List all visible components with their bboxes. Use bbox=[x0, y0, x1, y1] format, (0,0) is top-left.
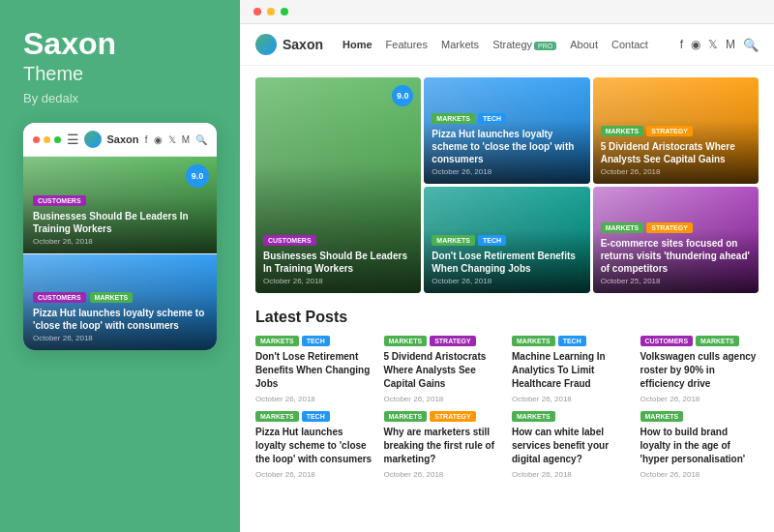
post-3-date: October 26, 2018 bbox=[512, 395, 631, 403]
tag-tech: TECH bbox=[302, 411, 330, 422]
grid-card-4-content: MARKETS TECH Don't Lose Retirement Benef… bbox=[424, 227, 589, 293]
grid-card-4-date: October 26, 2018 bbox=[432, 277, 581, 285]
md-icon[interactable]: M bbox=[726, 38, 735, 51]
post-tags: MARKETS STRATEGY bbox=[384, 336, 503, 346]
grid-card-5-content: MARKETS STRATEGY E-commerce sites focuse… bbox=[593, 215, 759, 293]
post-tags: MARKETS bbox=[640, 411, 759, 422]
dot-yellow bbox=[44, 136, 50, 143]
post-4-title: Volkswagen culls agency roster by 90% in… bbox=[640, 350, 759, 391]
post-tags: MARKETS TECH bbox=[255, 411, 374, 422]
tag-customers: CUSTOMERS bbox=[640, 336, 694, 346]
post-6-title: Why are marketers still breaking the fir… bbox=[384, 426, 503, 466]
grid-card-large-date: October 26, 2018 bbox=[263, 277, 413, 285]
featured-card-3[interactable]: MARKETS STRATEGY 5 Dividend Aristocrats … bbox=[593, 77, 759, 184]
nav-link-strategy[interactable]: StrategyPRO bbox=[492, 39, 556, 50]
tag-tech: TECH bbox=[558, 336, 586, 346]
nav-icons: f ◉ 𝕏 M 🔍 bbox=[680, 38, 759, 52]
tag-tech: TECH bbox=[478, 113, 506, 124]
post-card-2[interactable]: MARKETS STRATEGY 5 Dividend Aristocrats … bbox=[384, 336, 503, 403]
post-5-date: October 26, 2018 bbox=[255, 470, 374, 479]
strategy-badge: PRO bbox=[534, 42, 556, 50]
grid-tags: CUSTOMERS bbox=[263, 235, 413, 246]
nav-link-about[interactable]: About bbox=[570, 39, 598, 50]
tag-markets: MARKETS bbox=[384, 336, 428, 346]
browser-bar bbox=[240, 0, 774, 24]
post-tags: MARKETS TECH bbox=[512, 336, 631, 346]
featured-grid: 9.0 CUSTOMERS Businesses Should Be Leade… bbox=[240, 66, 774, 301]
post-card-5[interactable]: MARKETS TECH Pizza Hut launches loyalty … bbox=[255, 411, 374, 479]
right-panel: Saxon Home Features Markets StrategyPRO … bbox=[240, 0, 774, 532]
latest-posts-row2: MARKETS TECH Pizza Hut launches loyalty … bbox=[255, 411, 759, 479]
nav-link-home[interactable]: Home bbox=[342, 39, 372, 50]
mobile-card-2-title: Pizza Hut launches loyalty scheme to 'cl… bbox=[33, 307, 207, 332]
grid-card-5-title: E-commerce sites focused on returns visi… bbox=[601, 237, 751, 275]
hamburger-icon[interactable]: ☰ bbox=[67, 132, 79, 147]
tag-tech: TECH bbox=[478, 235, 506, 246]
post-7-date: October 26, 2018 bbox=[512, 470, 631, 479]
post-card-4[interactable]: CUSTOMERS MARKETS Volkswagen culls agenc… bbox=[640, 336, 759, 403]
grid-card-large-title: Businesses Should Be Leaders In Training… bbox=[263, 250, 413, 275]
featured-card-large[interactable]: 9.0 CUSTOMERS Businesses Should Be Leade… bbox=[255, 77, 421, 293]
featured-card-5[interactable]: MARKETS STRATEGY E-commerce sites focuse… bbox=[593, 187, 759, 293]
grid-card-5-date: October 25, 2018 bbox=[601, 277, 751, 285]
grid-tags: MARKETS STRATEGY bbox=[601, 222, 751, 233]
featured-card-4[interactable]: MARKETS TECH Don't Lose Retirement Benef… bbox=[424, 187, 589, 293]
medium-icon[interactable]: M bbox=[182, 134, 190, 145]
nav-link-contact[interactable]: Contact bbox=[611, 39, 648, 50]
tag-markets: MARKETS bbox=[432, 113, 475, 124]
post-tags: MARKETS TECH bbox=[255, 336, 374, 346]
mobile-preview: ☰ Saxon f ◉ 𝕏 M 🔍 9.0 CUSTOMERS Business… bbox=[23, 123, 217, 350]
grid-tags: MARKETS TECH bbox=[432, 113, 581, 124]
post-card-1[interactable]: MARKETS TECH Don't Lose Retirement Benef… bbox=[255, 336, 374, 403]
card-tags: CUSTOMERS bbox=[33, 195, 207, 206]
nav-link-features[interactable]: Features bbox=[386, 39, 428, 50]
tag-markets: MARKETS bbox=[90, 292, 134, 303]
post-card-3[interactable]: MARKETS TECH Machine Learning In Analyti… bbox=[512, 336, 631, 403]
facebook-icon[interactable]: f bbox=[145, 134, 148, 145]
post-8-date: October 26, 2018 bbox=[640, 470, 759, 479]
nav-logo[interactable]: Saxon bbox=[255, 34, 323, 55]
fb-icon[interactable]: f bbox=[680, 38, 683, 51]
score-badge: 9.0 bbox=[186, 164, 209, 188]
tw-icon[interactable]: 𝕏 bbox=[708, 38, 718, 51]
tag-markets: MARKETS bbox=[601, 222, 644, 233]
instagram-icon[interactable]: ◉ bbox=[154, 134, 163, 145]
tag-markets: MARKETS bbox=[384, 411, 428, 422]
mobile-card-2-content: CUSTOMERS MARKETS Pizza Hut launches loy… bbox=[23, 284, 217, 350]
dot-green bbox=[54, 136, 61, 143]
nav-logo-text: Saxon bbox=[283, 37, 323, 52]
left-panel: Saxon Theme By dedalx ☰ Saxon f ◉ 𝕏 M 🔍 bbox=[0, 0, 240, 532]
tag-strategy: STRATEGY bbox=[430, 336, 476, 346]
nav-link-markets[interactable]: Markets bbox=[441, 39, 479, 50]
post-card-7[interactable]: MARKETS How can white label services ben… bbox=[512, 411, 631, 479]
mobile-card-2[interactable]: CUSTOMERS MARKETS Pizza Hut launches loy… bbox=[23, 253, 217, 350]
post-card-6[interactable]: MARKETS STRATEGY Why are marketers still… bbox=[384, 411, 503, 479]
nav-search-icon[interactable]: 🔍 bbox=[743, 38, 759, 52]
post-5-title: Pizza Hut launches loyalty scheme to 'cl… bbox=[255, 426, 374, 466]
browser-dot-yellow bbox=[267, 8, 275, 15]
tag-markets: MARKETS bbox=[255, 336, 299, 346]
tag-customers: CUSTOMERS bbox=[263, 235, 316, 246]
grid-card-3-content: MARKETS STRATEGY 5 Dividend Aristocrats … bbox=[593, 118, 759, 184]
mobile-card-1[interactable]: 9.0 CUSTOMERS Businesses Should Be Leade… bbox=[23, 157, 217, 253]
desktop-nav: Saxon Home Features Markets StrategyPRO … bbox=[240, 24, 774, 66]
tag-strategy: STRATEGY bbox=[430, 411, 476, 422]
grid-card-2-date: October 26, 2018 bbox=[432, 167, 581, 176]
ig-icon[interactable]: ◉ bbox=[691, 38, 700, 51]
tag-markets: MARKETS bbox=[512, 411, 555, 422]
post-4-date: October 26, 2018 bbox=[640, 395, 759, 403]
mobile-dots bbox=[33, 136, 61, 143]
post-card-8[interactable]: MARKETS How to build brand loyalty in th… bbox=[640, 411, 759, 479]
latest-posts-row1: MARKETS TECH Don't Lose Retirement Benef… bbox=[255, 336, 759, 403]
featured-card-2[interactable]: MARKETS TECH Pizza Hut launches loyalty … bbox=[424, 77, 589, 184]
tag-markets: MARKETS bbox=[255, 411, 299, 422]
post-2-title: 5 Dividend Aristocrats Where Analysts Se… bbox=[384, 350, 503, 391]
grid-card-4-title: Don't Lose Retirement Benefits When Chan… bbox=[432, 250, 581, 275]
latest-posts-title: Latest Posts bbox=[255, 309, 759, 326]
tag-markets: MARKETS bbox=[512, 336, 555, 346]
mobile-logo-circle bbox=[84, 131, 102, 148]
search-icon[interactable]: 🔍 bbox=[195, 134, 207, 145]
brand-title: Saxon bbox=[23, 27, 217, 61]
mobile-logo-area: ☰ Saxon bbox=[67, 131, 138, 148]
twitter-icon[interactable]: 𝕏 bbox=[168, 134, 176, 145]
